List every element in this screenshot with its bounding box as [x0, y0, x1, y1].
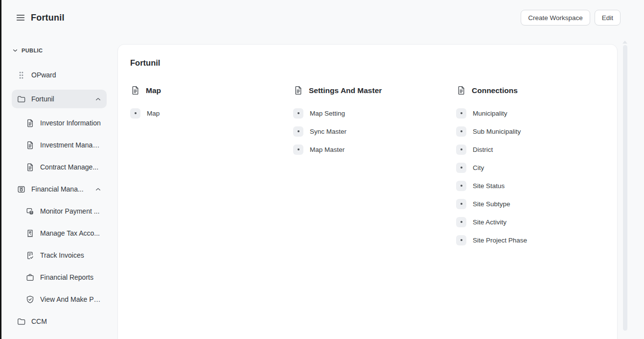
workspace-card: Fortunil MapMapSettings And MasterMap Se…: [117, 44, 618, 339]
bullet-dot-icon: [456, 181, 466, 191]
group-item-label: Sync Master: [310, 128, 346, 135]
sidebar-items: OPwardFortunilInvestor InformationInvest…: [12, 68, 107, 329]
sidebar-item-label: Financial Reports: [40, 273, 93, 281]
chevron-down-icon: [12, 47, 19, 54]
group-item-site-status[interactable]: Site Status: [456, 180, 605, 192]
group-item-sub-municipality[interactable]: Sub Municipality: [456, 125, 605, 137]
group-item-map-setting[interactable]: Map Setting: [293, 107, 456, 119]
group-title: Connections: [472, 86, 518, 95]
sidebar-item-investor-information[interactable]: Investor Information: [12, 116, 107, 130]
bullet-dot-icon: [456, 235, 466, 245]
sidebar-item-label: View And Make Pa...: [40, 295, 102, 303]
sidebar-item-fortunil[interactable]: Fortunil: [12, 90, 107, 108]
group-header-connections[interactable]: Connections: [456, 85, 605, 96]
group-item-label: Sub Municipality: [473, 128, 521, 135]
sidebar-item-investment-manag[interactable]: Investment Manag...: [12, 138, 107, 152]
bullet-dot-icon: [456, 126, 466, 137]
scroll-up-arrow[interactable]: [622, 41, 627, 44]
create-workspace-button[interactable]: Create Workspace: [521, 10, 590, 25]
group-map: MapMap: [130, 85, 293, 246]
group-item-label: Map Master: [310, 146, 345, 153]
topbar-actions: Create WorkspaceEdit: [521, 10, 621, 25]
workspace-groups: MapMapSettings And MasterMap SettingSync…: [130, 85, 605, 246]
grid-dots-icon: [17, 71, 26, 80]
sidebar-item-manage-tax-acco[interactable]: Manage Tax Acco...: [12, 226, 107, 241]
chevron-up-icon[interactable]: [94, 96, 102, 103]
group-item-municipality[interactable]: Municipality: [456, 107, 605, 119]
topbar: Fortunil Create WorkspaceEdit: [0, 0, 644, 35]
briefcase-icon: [25, 273, 35, 282]
group-item-map[interactable]: Map: [130, 107, 293, 119]
workspace-card-title: Fortunil: [130, 58, 605, 68]
sidebar-item-monitor-payment[interactable]: Monitor Payment ...: [12, 204, 107, 218]
group-items: Map SettingSync MasterMap Master: [293, 107, 456, 155]
group-item-label: District: [473, 146, 493, 153]
group-item-site-project-phase[interactable]: Site Project Phase: [456, 234, 605, 246]
group-settings-and-master: Settings And MasterMap SettingSync Maste…: [293, 85, 456, 246]
file-text-icon: [25, 119, 35, 128]
window-left-edge: [0, 0, 1, 339]
file-text-icon: [130, 85, 140, 96]
invoice-check-icon: [25, 251, 35, 260]
group-item-city[interactable]: City: [456, 162, 605, 173]
sidebar-item-label: Contract Manage...: [40, 163, 98, 171]
group-item-map-master[interactable]: Map Master: [293, 144, 456, 155]
group-item-label: City: [473, 164, 484, 171]
group-item-site-activity[interactable]: Site Activity: [456, 216, 605, 228]
sidebar-item-financial-reports[interactable]: Financial Reports: [12, 270, 107, 285]
cash-box-icon: [17, 185, 26, 194]
sidebar-item-label: CCM: [31, 317, 47, 325]
sidebar-item-opward[interactable]: OPward: [12, 68, 107, 82]
bullet-dot-icon: [293, 108, 303, 119]
menu-hamburger-icon[interactable]: [15, 12, 26, 23]
bullet-dot-icon: [456, 145, 466, 155]
rupee-receipt-icon: [25, 229, 35, 238]
group-item-district[interactable]: District: [456, 144, 605, 155]
group-connections: ConnectionsMunicipalitySub MunicipalityD…: [456, 85, 605, 246]
sidebar-item-ccm[interactable]: CCM: [12, 314, 107, 329]
sidebar-item-contract-manage[interactable]: Contract Manage...: [12, 160, 107, 174]
group-title: Map: [146, 86, 161, 95]
group-item-label: Site Status: [473, 182, 505, 190]
bullet-dot-icon: [456, 199, 466, 209]
group-item-label: Municipality: [473, 110, 507, 117]
group-items: MunicipalitySub MunicipalityDistrictCity…: [456, 107, 605, 246]
shield-check-icon: [25, 295, 35, 304]
sidebar-item-label: Investment Manag...: [40, 141, 102, 149]
group-item-label: Map Setting: [310, 110, 345, 117]
sidebar-section-label: PUBLIC: [22, 48, 43, 53]
sidebar-item-label: Track Invoices: [40, 251, 84, 259]
group-header-settings-and-master[interactable]: Settings And Master: [293, 85, 456, 96]
group-header-map[interactable]: Map: [130, 85, 293, 96]
bullet-dot-icon: [456, 163, 466, 173]
file-text-icon: [25, 163, 35, 172]
sidebar-item-label: Manage Tax Acco...: [40, 229, 100, 237]
sidebar-item-track-invoices[interactable]: Track Invoices: [12, 248, 107, 263]
sidebar-item-view-and-make-pa[interactable]: View And Make Pa...: [12, 292, 107, 307]
group-item-sync-master[interactable]: Sync Master: [293, 125, 456, 137]
sidebar-item-label: Monitor Payment ...: [40, 207, 99, 215]
file-text-icon: [293, 85, 303, 96]
sidebar-item-financial-mana[interactable]: Financial Mana...: [12, 182, 107, 196]
sidebar-item-label: Investor Information: [40, 119, 101, 127]
sidebar-section-public[interactable]: PUBLIC: [12, 43, 107, 58]
sidebar-item-label: Financial Mana...: [31, 185, 84, 193]
group-title: Settings And Master: [309, 86, 382, 95]
bullet-dot-icon: [293, 126, 303, 137]
group-item-site-subtype[interactable]: Site Subtype: [456, 198, 605, 210]
bullet-dot-icon: [130, 108, 140, 119]
edit-button[interactable]: Edit: [595, 10, 621, 25]
app-title: Fortunil: [31, 13, 65, 23]
bullet-dot-icon: [293, 145, 303, 155]
group-items: Map: [130, 107, 293, 119]
sidebar-item-label: Fortunil: [31, 95, 54, 103]
file-text-icon: [456, 85, 466, 96]
bullet-dot-icon: [456, 108, 466, 119]
group-item-label: Site Activity: [473, 218, 506, 226]
sidebar: PUBLIC OPwardFortunilInvestor Informatio…: [12, 43, 107, 329]
folder-icon: [17, 317, 26, 326]
file-text-icon: [25, 141, 35, 150]
vertical-scrollbar[interactable]: [623, 45, 627, 331]
folder-icon: [17, 95, 26, 104]
chevron-up-icon[interactable]: [94, 186, 102, 193]
